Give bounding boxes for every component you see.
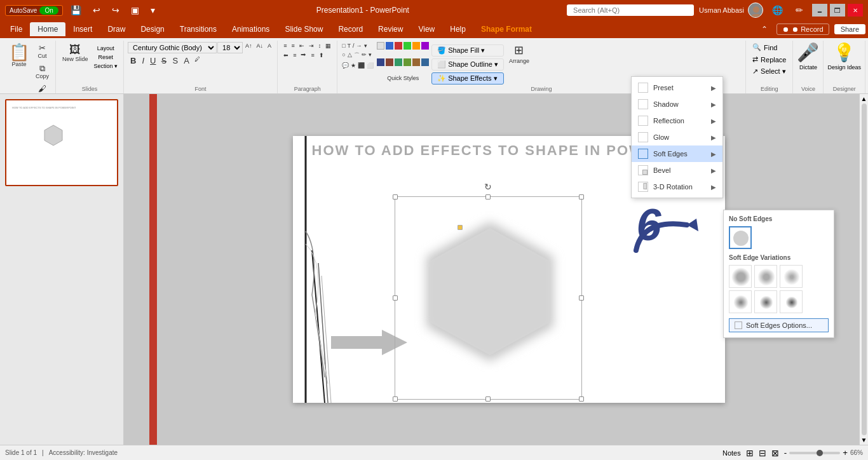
shape-freeform-button[interactable]: ✏: [361, 51, 367, 60]
section-button[interactable]: Section ▾: [92, 62, 120, 70]
handle-br[interactable]: [579, 396, 584, 402]
se-variation-6[interactable]: [780, 290, 803, 313]
handle-bl[interactable]: [393, 396, 398, 402]
qs-item[interactable]: [403, 42, 411, 50]
search-input[interactable]: [567, 4, 694, 16]
qs-item[interactable]: [421, 58, 429, 66]
save-button[interactable]: 💾: [67, 4, 85, 17]
qs-item[interactable]: [386, 42, 393, 50]
font-size-select[interactable]: 18: [217, 42, 243, 53]
font-color-button[interactable]: A: [181, 55, 192, 66]
qs-item[interactable]: [421, 42, 429, 50]
copy-button[interactable]: ⧉ Copy: [33, 62, 51, 81]
shape-banner-button[interactable]: ⬛: [357, 62, 365, 69]
tab-view[interactable]: View: [410, 22, 442, 36]
maximize-button[interactable]: 🗖: [830, 4, 845, 17]
align-right-button[interactable]: ⮕: [299, 51, 308, 59]
highlight-button[interactable]: 🖊: [193, 55, 202, 66]
autosave-toggle[interactable]: On: [39, 6, 58, 15]
shape-fill-button[interactable]: 🪣 Shape Fill ▾: [431, 44, 504, 57]
tab-record[interactable]: Record: [330, 22, 370, 36]
menu-item-reflection[interactable]: Reflection ▶: [632, 112, 722, 129]
tab-home[interactable]: Home: [30, 22, 65, 36]
increase-indent-button[interactable]: ⇥: [307, 42, 316, 50]
tab-file[interactable]: File: [3, 22, 30, 36]
columns-button[interactable]: ▦: [323, 42, 333, 50]
italic-button[interactable]: I: [139, 55, 147, 66]
underline-button[interactable]: U: [147, 55, 158, 66]
handle-mr[interactable]: [579, 295, 584, 301]
view-normal-button[interactable]: ⊞: [746, 448, 754, 458]
tab-animations[interactable]: Animations: [224, 22, 277, 36]
text-direction-button[interactable]: ⬆: [317, 51, 326, 59]
undo-button[interactable]: ↩: [89, 4, 104, 17]
qs-item[interactable]: [395, 42, 402, 50]
tab-design[interactable]: Design: [133, 22, 172, 36]
menu-item-3d-rotation[interactable]: 3-D Rotation ▶: [632, 179, 722, 195]
arrange-button[interactable]: ⊞ Arrange: [506, 42, 532, 65]
handle-tr[interactable]: [579, 194, 584, 200]
reset-button[interactable]: Reset: [92, 53, 120, 61]
close-button[interactable]: ✕: [848, 4, 863, 17]
handle-tm[interactable]: [485, 194, 491, 200]
record-button[interactable]: ⏺ ⏺ Record: [776, 24, 829, 35]
scroll-thumb[interactable]: [862, 104, 867, 435]
se-variation-2[interactable]: [754, 265, 777, 288]
view-reading-button[interactable]: ⊠: [771, 448, 779, 458]
qs-item[interactable]: [412, 58, 420, 66]
shape-rect-button[interactable]: □: [341, 42, 346, 50]
handle-bm[interactable]: [485, 396, 491, 402]
notes-button[interactable]: Notes: [722, 449, 741, 457]
font-decrease-button[interactable]: A↓: [255, 42, 266, 53]
qs-item[interactable]: [412, 42, 420, 50]
strikethrough-button[interactable]: S̶: [159, 55, 169, 66]
numbering-button[interactable]: ≡: [289, 42, 296, 50]
replace-button[interactable]: ⇄ Replace: [750, 54, 789, 65]
qs-item[interactable]: [395, 58, 402, 66]
selected-shape-container[interactable]: ↻: [395, 196, 582, 400]
shadow-button[interactable]: S: [170, 55, 180, 66]
se-no-soft-item[interactable]: [729, 226, 752, 249]
tab-transitions[interactable]: Transitions: [172, 22, 224, 36]
right-scrollbar[interactable]: ▲ ▼: [859, 94, 868, 445]
globe-icon[interactable]: 🌐: [768, 4, 787, 17]
layout-button[interactable]: Layout: [92, 44, 120, 52]
tab-draw[interactable]: Draw: [100, 22, 133, 36]
handle-tl[interactable]: [393, 194, 398, 200]
new-slide-button[interactable]: 🖼 New Slide: [60, 42, 91, 64]
line-spacing-button[interactable]: ↕: [316, 42, 323, 50]
shape-action-button[interactable]: ⬜: [366, 62, 374, 69]
shape-outline-button[interactable]: ⬜ Shape Outline ▾: [431, 58, 504, 71]
shapes-more-button[interactable]: ▾: [363, 42, 368, 50]
view-slide-sorter-button[interactable]: ⊟: [759, 448, 766, 458]
se-variation-5[interactable]: [754, 290, 777, 313]
qs-item[interactable]: [377, 42, 384, 50]
scroll-up-button[interactable]: ▲: [861, 95, 867, 102]
shape-callout-button[interactable]: 💬: [341, 62, 349, 69]
shape-oval-button[interactable]: ○: [341, 51, 346, 60]
share-button[interactable]: Share: [834, 24, 865, 34]
menu-item-shadow[interactable]: Shadow ▶: [632, 96, 722, 112]
zoom-slider[interactable]: [789, 452, 840, 454]
scroll-down-button[interactable]: ▼: [861, 436, 867, 443]
shape-star-button[interactable]: ★: [350, 62, 356, 69]
tab-shape-format[interactable]: Shape Format: [473, 22, 539, 36]
tab-review[interactable]: Review: [370, 22, 410, 36]
ribbon-collapse-button[interactable]: ⌃: [757, 24, 771, 35]
font-family-select[interactable]: Century Gothic (Body): [128, 42, 217, 53]
shape-effects-button[interactable]: ✨ Shape Effects ▾: [431, 72, 504, 85]
shapes-gallery-button[interactable]: ▾: [368, 51, 372, 60]
tab-insert[interactable]: Insert: [65, 22, 100, 36]
qs-item[interactable]: [403, 58, 411, 66]
format-painter-button[interactable]: 🖌: [33, 83, 51, 95]
menu-item-preset[interactable]: Preset ▶: [632, 79, 722, 96]
decrease-indent-button[interactable]: ⇤: [297, 42, 306, 50]
clear-formatting-button[interactable]: A: [266, 42, 273, 53]
se-variation-1[interactable]: [729, 265, 752, 288]
tab-help[interactable]: Help: [442, 22, 473, 36]
minimize-button[interactable]: 🗕: [812, 4, 827, 17]
qs-item[interactable]: [377, 58, 384, 66]
bullets-button[interactable]: ≡: [281, 42, 288, 50]
shape-line-button[interactable]: /: [352, 42, 355, 50]
find-button[interactable]: 🔍 Find: [750, 42, 789, 53]
